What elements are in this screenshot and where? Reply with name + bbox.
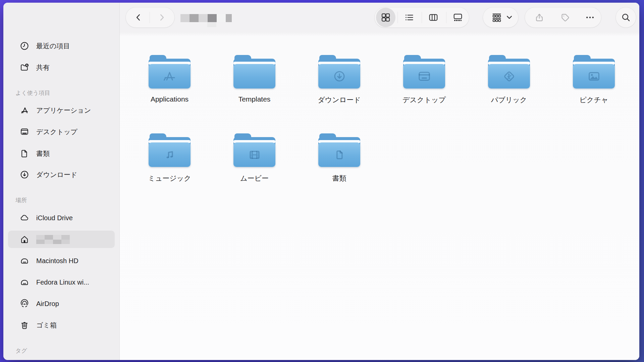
ellipsis-icon — [585, 12, 595, 22]
share-icon — [534, 12, 544, 22]
sidebar-item-label: デスクトップ — [36, 127, 77, 136]
sidebar-item-recents[interactable]: 最近の項目 — [8, 37, 115, 55]
search-icon — [621, 12, 631, 22]
folder-icon — [149, 133, 191, 167]
folder-icon — [233, 55, 275, 88]
trash-icon — [19, 320, 30, 330]
document-emblem-icon — [330, 146, 348, 164]
desktop-icon — [19, 127, 30, 137]
sidebar-item-label: 書類 — [36, 149, 50, 158]
home-icon — [19, 234, 30, 244]
sidebar-item-airdrop[interactable]: AirDrop — [8, 295, 115, 312]
search-button[interactable] — [616, 7, 636, 27]
folder-label: パブリック — [491, 95, 527, 105]
sidebar-item-downloads[interactable]: ダウンロード — [8, 166, 115, 183]
back-button[interactable] — [127, 7, 150, 27]
folder-label: ミュージック — [148, 174, 191, 183]
folder-icon — [318, 133, 360, 167]
sidebar-item-label: 共有 — [36, 63, 50, 72]
gallery-view-button[interactable] — [447, 7, 469, 27]
folder-item-downloads[interactable]: ダウンロード — [297, 50, 382, 105]
folder-label: ピクチャ — [580, 95, 608, 105]
hard-drive-icon — [19, 277, 30, 287]
download-emblem-icon — [330, 67, 348, 85]
chevron-left-icon — [134, 13, 143, 22]
download-circle-icon — [19, 170, 30, 180]
folder-item-desktop[interactable]: デスクトップ — [382, 50, 467, 105]
sidebar-header-tags: タグ — [15, 347, 27, 355]
sidebar-item-label: Fedora Linux wi... — [36, 279, 89, 286]
folder-icon — [149, 55, 191, 88]
music-emblem-icon — [161, 146, 179, 164]
folder-icon — [573, 55, 615, 88]
list-view-icon — [404, 12, 414, 22]
chevron-down-icon — [502, 7, 516, 27]
sidebar: 最近の項目 共有 よく使う項目 アプリケーション デスクトップ — [3, 3, 119, 360]
tag-button[interactable] — [554, 7, 576, 27]
sidebar-item-label: アプリケーション — [36, 106, 91, 115]
sidebar-item-trash[interactable]: ゴミ箱 — [8, 316, 115, 334]
folder-icon — [318, 55, 360, 88]
folder-item-pictures[interactable]: ピクチャ — [551, 50, 636, 105]
sidebar-item-icloud-drive[interactable]: iCloud Drive — [8, 209, 115, 227]
desktop-emblem-icon — [415, 67, 433, 85]
folder-item-music[interactable]: ミュージック — [127, 128, 212, 183]
sidebar-item-documents[interactable]: 書類 — [8, 145, 115, 162]
folder-label: Applications — [151, 95, 189, 103]
folder-label: ダウンロード — [318, 95, 361, 105]
cloud-icon — [19, 213, 30, 223]
sidebar-item-desktop[interactable]: デスクトップ — [8, 123, 115, 140]
grid-view-icon — [381, 12, 391, 22]
shared-folder-icon — [19, 62, 30, 72]
folder-icon — [233, 133, 275, 167]
folder-icon — [403, 55, 445, 88]
airdrop-icon — [19, 299, 30, 309]
app-store-emblem-icon — [161, 67, 179, 85]
folder-icon — [488, 55, 530, 88]
columns-view-icon — [428, 12, 438, 22]
icons-view-button[interactable] — [375, 7, 397, 27]
forward-button[interactable] — [151, 7, 173, 27]
more-button[interactable] — [579, 7, 601, 27]
sidebar-item-home-selected[interactable] — [8, 231, 115, 248]
folder-label: デスクトップ — [402, 95, 446, 105]
pictures-emblem-icon — [585, 67, 603, 85]
folder-item-applications[interactable]: Applications — [127, 50, 212, 103]
nav-button-group — [126, 7, 174, 27]
hard-drive-icon — [19, 256, 30, 266]
folder-item-movies[interactable]: ムービー — [212, 128, 297, 183]
sidebar-item-label: ゴミ箱 — [36, 321, 57, 330]
folder-item-templates[interactable]: Templates — [212, 50, 297, 103]
sidebar-item-label: Macintosh HD — [36, 257, 78, 265]
list-view-button[interactable] — [398, 7, 420, 27]
sidebar-item-label: ダウンロード — [36, 170, 77, 179]
columns-view-button[interactable] — [422, 7, 444, 27]
chevron-right-icon — [157, 13, 166, 22]
group-by-button[interactable] — [483, 7, 518, 27]
view-switcher — [375, 7, 469, 27]
share-button[interactable] — [528, 7, 550, 27]
sidebar-header-locations: 場所 — [15, 196, 27, 204]
sidebar-item-fedora-volume[interactable]: Fedora Linux wi... — [8, 274, 115, 291]
pedestrian-emblem-icon — [500, 67, 518, 85]
sidebar-item-label: 最近の項目 — [36, 42, 70, 51]
action-button-group — [525, 7, 601, 27]
app-store-icon — [19, 105, 30, 115]
movies-emblem-icon — [246, 146, 264, 164]
sidebar-item-label: iCloud Drive — [36, 214, 73, 222]
gallery-view-icon — [453, 12, 463, 22]
folder-item-public[interactable]: パブリック — [467, 50, 551, 105]
sidebar-header-favorites: よく使う項目 — [15, 89, 50, 97]
sidebar-item-macintosh-hd[interactable]: Macintosh HD — [8, 252, 115, 269]
folder-label: 書類 — [332, 174, 346, 183]
group-by-icon — [491, 12, 502, 23]
clock-icon — [19, 41, 30, 51]
folder-label: ムービー — [240, 174, 269, 183]
folder-item-documents[interactable]: 書類 — [297, 128, 382, 183]
sidebar-item-label: AirDrop — [36, 300, 59, 308]
folder-label: Templates — [238, 95, 271, 103]
finder-window: 最近の項目 共有 よく使う項目 アプリケーション デスクトップ — [3, 3, 639, 360]
tag-icon — [560, 12, 570, 22]
sidebar-item-shared[interactable]: 共有 — [8, 59, 115, 76]
sidebar-item-applications[interactable]: アプリケーション — [8, 102, 115, 119]
